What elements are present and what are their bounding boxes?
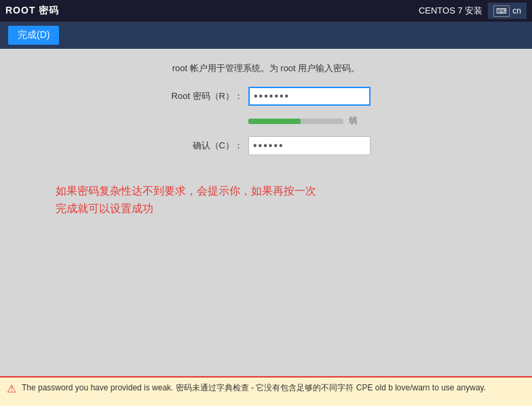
confirm-password-row: 确认（C）： <box>162 136 370 155</box>
keyboard-icon: ⌨ <box>493 5 510 17</box>
confirm-label: 确认（C）： <box>162 140 243 152</box>
lang-label: cn <box>512 6 521 16</box>
hint-line2: 完成就可以设置成功 <box>56 200 476 218</box>
root-password-input[interactable] <box>248 87 370 106</box>
strength-bar-fill <box>248 119 301 124</box>
strength-row: 弱 <box>248 115 357 127</box>
warning-bar: ⚠ The password you have provided is weak… <box>0 376 532 406</box>
main-content: root 帐户用于管理系统。为 root 用户输入密码。 Root 密码（R）：… <box>0 49 532 376</box>
strength-label: 弱 <box>349 115 357 127</box>
root-password-label: Root 密码（R）： <box>162 90 243 102</box>
description-text: root 帐户用于管理系统。为 root 用户输入密码。 <box>172 62 360 75</box>
header-title: ROOT 密码 <box>5 5 59 17</box>
header-right: CENTOS 7 安装 ⌨ cn <box>419 3 527 19</box>
form-area: Root 密码（R）： 弱 确认（C）： <box>162 87 370 155</box>
page-wrapper: ROOT 密码 CENTOS 7 安装 ⌨ cn 完成(D) root 帐户用于… <box>0 0 532 406</box>
centos-label: CENTOS 7 安装 <box>419 5 482 17</box>
done-button[interactable]: 完成(D) <box>8 26 59 45</box>
hint-area: 如果密码复杂性达不到要求，会提示你，如果再按一次 完成就可以设置成功 <box>28 182 504 217</box>
hint-line1: 如果密码复杂性达不到要求，会提示你，如果再按一次 <box>56 182 476 200</box>
warning-text: The password you have provided is weak. … <box>22 382 486 394</box>
root-password-row: Root 密码（R）： <box>162 87 370 106</box>
header: ROOT 密码 CENTOS 7 安装 ⌨ cn <box>0 0 532 22</box>
warning-icon: ⚠ <box>7 382 16 395</box>
strength-bar-container <box>248 119 343 124</box>
language-button[interactable]: ⌨ cn <box>488 3 527 19</box>
toolbar: 完成(D) <box>0 22 532 49</box>
confirm-password-input[interactable] <box>248 136 370 155</box>
